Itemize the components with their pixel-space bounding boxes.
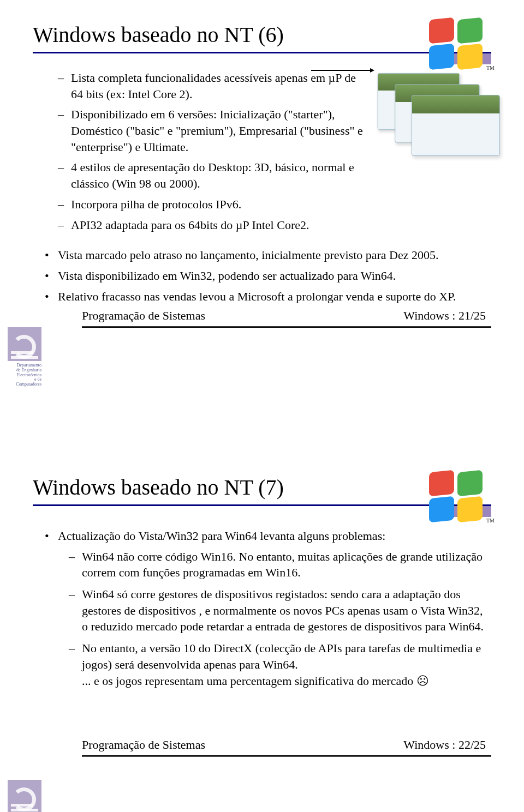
list-item: 4 estilos de apresentação do Desktop: 3D… — [33, 159, 366, 191]
bullet-list: Vista marcado pelo atraso no lançamento,… — [33, 247, 491, 304]
list-item: API32 adaptada para os 64bits do µP Inte… — [33, 217, 366, 233]
slide-22: TM Windows baseado no NT (7) Actualizaçã… — [0, 453, 524, 812]
dash-list: Lista completa funcionalidades acessívei… — [33, 70, 366, 233]
slide-header: Windows baseado no NT (7) — [33, 474, 491, 506]
list-item: No entanto, a versão 10 do DirectX (cole… — [33, 640, 491, 689]
vista-flip3d-icon — [371, 68, 491, 155]
deec-badge: Departamento de Engenharia Electrotécnic… — [8, 327, 46, 387]
footer-left: Programação de Sistemas — [82, 309, 205, 323]
deec-caption: Departamento de Engenharia Electrotécnic… — [8, 363, 41, 387]
list-item: Disponibilizado em 6 versões: Inicializa… — [33, 106, 366, 155]
slide-footer: Programação de Sistemas Windows : 21/25 — [66, 309, 491, 323]
list-item: Lista completa funcionalidades acessívei… — [33, 70, 366, 102]
dash-list: Win64 não corre código Win16. No entanto… — [33, 549, 491, 689]
windows-logo-icon: TM — [426, 15, 491, 70]
footer-left: Programação de Sistemas — [82, 738, 205, 752]
deec-logo-icon — [8, 327, 41, 361]
title-rule — [33, 52, 491, 53]
deec-badge: Departamento de Engenharia Electrotécnic… — [8, 780, 46, 812]
slide-content: Actualização do Vista/Win32 para Win64 l… — [33, 528, 491, 689]
windows-logo-icon: TM — [426, 468, 491, 522]
slide-footer: Programação de Sistemas Windows : 22/25 — [66, 738, 491, 752]
list-item: Relativo fracasso nas vendas levou a Mic… — [33, 288, 491, 305]
slide-21: TM Windows baseado no NT (6) Lista compl… — [0, 0, 524, 404]
title-rule — [33, 504, 491, 506]
list-item: Vista disponibilizado em Win32, podendo … — [33, 268, 491, 284]
list-item: Vista marcado pelo atraso no lançamento,… — [33, 247, 491, 263]
list-item: Actualização do Vista/Win32 para Win64 l… — [33, 528, 491, 544]
bullet-list: Actualização do Vista/Win32 para Win64 l… — [33, 528, 491, 544]
footer-page: Windows : 21/25 — [403, 309, 486, 323]
list-item: Win64 só corre gestores de dispositivos … — [33, 586, 491, 635]
slide-content: Lista completa funcionalidades acessívei… — [33, 70, 491, 304]
list-item: Incorpora pilha de protocolos IPv6. — [33, 196, 366, 213]
slide-title: Windows baseado no NT (7) — [33, 474, 491, 502]
list-item: Win64 não corre código Win16. No entanto… — [33, 549, 491, 581]
deec-logo-icon — [8, 780, 41, 812]
footer-page: Windows : 22/25 — [403, 738, 486, 752]
slide-title: Windows baseado no NT (6) — [33, 22, 491, 50]
footer-rule — [82, 326, 491, 328]
slide-header: Windows baseado no NT (6) — [33, 22, 491, 53]
footer-rule — [82, 755, 491, 757]
